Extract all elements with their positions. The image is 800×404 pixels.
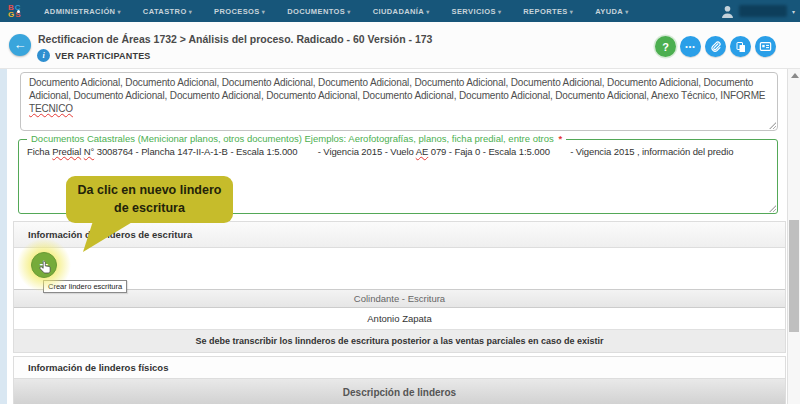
more-actions-button[interactable]: ••• [680,36,701,57]
resize-grip-icon[interactable] [769,122,776,129]
scroll-up-arrow-icon[interactable] [791,73,799,78]
id-card-icon [759,40,772,53]
documentos-adicionales-value: Documento Adicional, Documento Adicional… [21,73,777,118]
callout-tail [82,221,134,252]
colindante-table-header: Colindante - Escritura [14,289,785,308]
vertical-scrollbar[interactable] [787,68,800,404]
top-navbar: BC GS ADMINISTRACIÓN▾ CATASTRO▾ PROCESOS… [0,0,800,22]
chevron-down-icon: ▾ [262,9,265,15]
documentos-adicionales-field[interactable]: Documento Adicional, Documento Adicional… [20,72,778,131]
crear-lindero-tooltip: Crear lindero escritura [43,280,127,293]
chevron-down-icon: ▾ [347,9,350,15]
required-asterisk: * [558,133,562,144]
ellipsis-icon: ••• [685,43,695,50]
nav-item-procesos[interactable]: PROCESOS▾ [214,7,265,16]
user-menu[interactable]: ▾ [721,0,797,22]
left-margin-strip [0,68,7,404]
linderos-fisicos-title: Información de linderos físicos [14,357,785,379]
paperclip-icon [709,40,722,53]
nav-item-ciudadania[interactable]: CIUDADANÍA▾ [373,7,430,16]
question-icon: ? [662,41,669,53]
person-icon [721,5,734,18]
nav-item-documentos[interactable]: DOCUMENTOS▾ [287,7,350,16]
linderos-escritura-toolbar: + Crear lindero escritura [14,248,785,289]
chevron-down-icon: ▾ [117,9,120,15]
ver-participantes-link[interactable]: VER PARTICIPANTES [55,51,151,61]
nav-label: ADMINISTRACIÓN [44,7,115,16]
back-button[interactable]: ← [9,34,31,56]
nav-label: REPORTES [523,7,567,16]
notes-button[interactable] [755,36,776,57]
nav-label: CATASTRO [143,7,187,16]
nav-item-administracion[interactable]: ADMINISTRACIÓN▾ [44,7,121,16]
breadcrumb: Rectificacion de Áreas 1732 > Análisis d… [38,33,432,45]
copy-documents-button[interactable] [730,36,751,57]
chevron-down-icon: ▾ [426,9,429,15]
callout-text: Da clic en nuevo lindero de escritura [74,182,225,217]
colindante-table-footer: Se debe transcribir los linnderos de esc… [14,330,785,352]
hand-cursor-icon [38,260,53,277]
chevron-down-icon: ▾ [570,9,573,15]
nav-item-catastro[interactable]: CATASTRO▾ [143,7,192,16]
resize-grip-icon[interactable] [769,205,776,212]
info-icon: i [37,49,50,62]
colindante-table-row[interactable]: Antonio Zapata [14,308,785,330]
nav-item-servicios[interactable]: SERVICIOS▾ [452,7,502,16]
nav-label: DOCUMENTOS [287,7,345,16]
logo-dot [17,10,20,13]
nav-label: SERVICIOS [452,7,496,16]
legend-text: Documentos Catastrales (Menicionar plano… [31,133,556,144]
scrollbar-thumb[interactable] [789,220,799,332]
page-header: ← Rectificacion de Áreas 1732 > Análisis… [0,22,800,69]
attachments-button[interactable] [705,36,726,57]
documentos-catastrales-label: Documentos Catastrales (Menicionar plano… [27,133,566,144]
main-menu: ADMINISTRACIÓN▾ CATASTRO▾ PROCESOS▾ DOCU… [44,7,629,16]
nav-item-reportes[interactable]: REPORTES▾ [523,7,573,16]
descripcion-linderos-header: Descripción de linderos [14,379,785,404]
nav-item-ayuda[interactable]: AYUDA▾ [595,7,628,16]
nav-label: CIUDADANÍA [373,7,425,16]
chevron-down-icon: ▾ [625,9,628,15]
chevron-down-icon: ▾ [498,9,501,15]
chevron-down-icon: ▾ [792,8,795,15]
linderos-fisicos-panel: Información de linderos físicos Descripc… [13,356,786,404]
chevron-down-icon: ▾ [189,9,192,15]
blurred-username [739,5,787,17]
copy-icon [735,41,747,53]
tutorial-callout: Da clic en nuevo lindero de escritura [66,176,233,223]
nav-label: AYUDA [595,7,623,16]
help-button[interactable]: ? [655,36,676,57]
bcgs-logo: BC GS [8,4,30,18]
nav-label: PROCESOS [214,7,260,16]
